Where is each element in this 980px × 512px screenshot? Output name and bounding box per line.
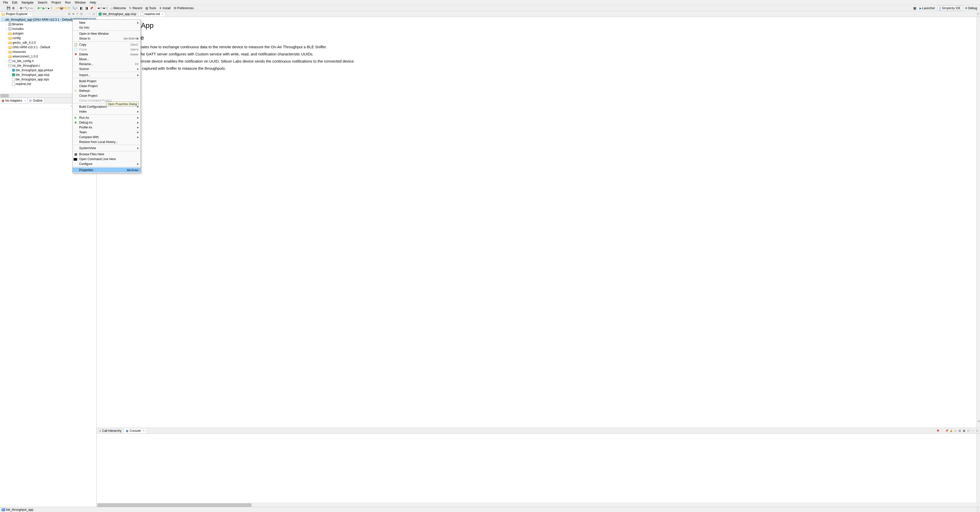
run-icon[interactable]: ▶ [41, 6, 46, 11]
wizard2-icon[interactable]: 📁 [64, 6, 69, 11]
outline-tab[interactable]: ⊞Outline [28, 98, 44, 103]
scroll-lock-icon[interactable]: 🔒 [949, 429, 953, 432]
annotations-icon[interactable]: ◧ [79, 6, 84, 11]
pin-icon[interactable]: 📌 [945, 429, 948, 432]
cm-new[interactable]: New▶ [73, 20, 140, 25]
hammer-build-icon[interactable]: 🔨 [24, 6, 29, 11]
cm-configure[interactable]: Configure▶ [73, 161, 140, 166]
cm-go-into[interactable]: Go Into [73, 25, 140, 30]
focus-icon[interactable]: ◳ [80, 12, 83, 16]
save-all-icon[interactable]: 🗎 [11, 6, 16, 11]
open-perspective-icon[interactable]: ▦ [913, 6, 917, 11]
cm-compare-with[interactable]: Compare With▶ [73, 135, 140, 140]
cm-properties[interactable]: PropertiesAlt+Enter [73, 167, 140, 172]
cm-copy[interactable]: 📋CopyCtrl+C [73, 42, 140, 47]
terminal-icon[interactable]: ▤ [958, 429, 962, 432]
cm-rename[interactable]: Rename...F2 [73, 62, 140, 67]
menu-search[interactable]: Search [35, 0, 49, 5]
save-button-icon[interactable]: 💾 [6, 6, 11, 11]
cm-show-in[interactable]: Show InAlt+Shift+W▶ [73, 36, 140, 41]
toolbar-generic-icon[interactable]: ▭ [29, 6, 33, 11]
open-console-icon[interactable]: ▣ [962, 429, 966, 432]
minimize-icon[interactable]: ─ [88, 12, 91, 16]
preferences-button[interactable]: Preferences [172, 6, 195, 10]
menu-project[interactable]: Project [49, 0, 63, 5]
console-tab[interactable]: ▣Console× [124, 428, 147, 433]
close-icon[interactable]: × [143, 429, 145, 432]
cm-build-project[interactable]: Build Project [73, 79, 140, 84]
vertical-scrollbar[interactable] [976, 17, 980, 428]
maximize-icon[interactable]: ▢ [92, 12, 95, 16]
cm-debug-as[interactable]: ✱Debug As▶ [73, 120, 140, 125]
project-explorer-tab[interactable]: Project Explorer × [0, 11, 33, 16]
profile-icon[interactable]: ▸ [46, 6, 51, 11]
chevron-down-icon[interactable]: ▾ [978, 420, 980, 423]
expand-icon[interactable] [5, 55, 8, 58]
expand-icon[interactable] [5, 32, 8, 35]
back-icon[interactable]: ⬅ [97, 6, 101, 11]
install-button[interactable]: Install [158, 6, 172, 10]
display-icon[interactable]: ▭ [953, 429, 957, 432]
menu-run[interactable]: Run [63, 0, 73, 5]
debug-icon[interactable]: ✱ [36, 6, 41, 11]
pin-icon[interactable]: 📌 [89, 6, 94, 11]
welcome-button[interactable]: Welcome [109, 6, 127, 10]
filter-icon[interactable]: ▽ [75, 12, 79, 16]
annotations2-icon[interactable]: ◨ [84, 6, 89, 11]
cm-profile-as[interactable]: Profile As▶ [73, 125, 140, 130]
perspective-simplicity-ide[interactable]: {}Simplicity IDE [937, 6, 963, 11]
view-menu-icon[interactable]: ⋮ [84, 12, 88, 16]
editor-readme[interactable]: Throughput App urpose / Scope pplication… [97, 17, 980, 428]
call-hierarchy-tab[interactable]: ⇲Call Hierarchy [97, 428, 124, 433]
search-icon[interactable]: 🔍 [72, 6, 76, 11]
new-console-icon[interactable]: ▢ [966, 429, 970, 432]
vertical-scrollbar[interactable] [976, 434, 980, 503]
link-editor-icon[interactable]: ⇆ [71, 12, 75, 16]
new-button-icon[interactable]: 📄 [1, 6, 6, 11]
expand-icon[interactable] [5, 37, 8, 39]
recent-button[interactable]: Recent [128, 6, 143, 10]
cm-systemview[interactable]: SystemView▶ [73, 146, 140, 150]
maximize-icon[interactable]: ▢ [976, 12, 980, 16]
minimize-icon[interactable]: ─ [971, 429, 975, 432]
cm-restore-local[interactable]: Restore from Local History... [73, 140, 140, 144]
editor-tab-readme[interactable]: readme.md × [138, 11, 165, 16]
horizontal-scrollbar[interactable] [97, 503, 980, 507]
no-adapters-tab[interactable]: ▣No Adapters [0, 98, 28, 103]
cm-index[interactable]: Index▶ [73, 109, 140, 114]
collapse-all-icon[interactable]: ⊟ [67, 12, 71, 16]
cm-delete[interactable]: ✖DeleteDelete [73, 52, 140, 57]
menu-file[interactable]: File [1, 0, 10, 5]
cm-open-cmd[interactable]: Open Command Line Here [73, 157, 140, 161]
expand-icon[interactable] [5, 46, 8, 49]
cm-open-new-window[interactable]: Open in New Window [73, 31, 140, 36]
cm-refresh[interactable]: ↻Refresh [73, 88, 140, 93]
close-icon[interactable]: × [29, 12, 31, 16]
forward-icon[interactable]: ➡ [102, 6, 106, 11]
menu-window[interactable]: Window [73, 0, 88, 5]
wizard-icon[interactable]: 📦 [59, 6, 64, 11]
cm-clean-project[interactable]: Clean Project [73, 84, 140, 88]
menu-help[interactable]: Help [88, 0, 98, 5]
cm-team[interactable]: Team▶ [73, 130, 140, 135]
menu-edit[interactable]: Edit [10, 0, 19, 5]
perspective-launcher[interactable]: Launcher [918, 6, 937, 11]
build-config-icon[interactable]: ⚙ [19, 6, 23, 11]
cm-move[interactable]: Move... [73, 57, 140, 62]
clear-icon[interactable]: ✖ [936, 429, 940, 432]
expand-icon[interactable] [5, 23, 8, 25]
expand-icon[interactable] [5, 64, 8, 67]
new-wizard-icon[interactable]: ✨ [54, 6, 59, 11]
expand-icon[interactable] [5, 60, 8, 62]
expand-icon[interactable] [5, 41, 8, 44]
cm-source[interactable]: Source▶ [73, 67, 140, 71]
editor-tab-slcp[interactable]: ble_throughput_app.slcp [97, 12, 138, 16]
expand-icon[interactable] [5, 51, 8, 53]
cm-close-project[interactable]: Close Project [73, 93, 140, 98]
cm-import[interactable]: Import...▶ [73, 73, 140, 77]
console-body[interactable] [97, 434, 980, 503]
menu-navigate[interactable]: Navigate [19, 0, 35, 5]
tools-button[interactable]: Tools [144, 6, 158, 10]
perspective-debug[interactable]: Debug [963, 6, 979, 11]
close-icon[interactable]: × [162, 13, 163, 16]
